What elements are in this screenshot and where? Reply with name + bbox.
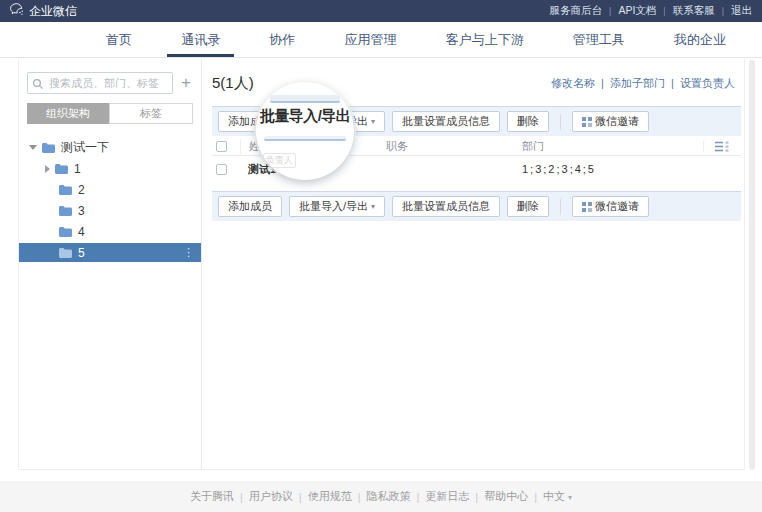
tab-labels[interactable]: 标签: [109, 103, 193, 124]
tree-item-label: 5: [78, 246, 85, 260]
tree-item-5[interactable]: 5 ⋮: [19, 243, 201, 262]
rename-link[interactable]: 修改名称: [551, 77, 595, 89]
sidebar-tabs: 组织架构 标签: [27, 103, 193, 124]
loupe-enlarged-edge: [264, 136, 346, 141]
member-department: 1;3;2;3;4;5: [522, 163, 703, 175]
tree-item-4[interactable]: 4: [19, 222, 201, 241]
tree-item-label: 4: [78, 225, 85, 239]
chevron-down-icon: ▾: [371, 200, 375, 213]
add-department-button[interactable]: +: [178, 75, 194, 91]
footer-link-changelog[interactable]: 更新日志: [425, 489, 469, 504]
link-logout[interactable]: 退出: [731, 4, 752, 18]
loupe-enlarged-edge: [270, 95, 341, 103]
magnifier-loupe-annotation: 批量导入/导出 负责人: [256, 82, 354, 180]
column-settings-icon[interactable]: [703, 141, 741, 152]
row-checkbox[interactable]: [216, 164, 227, 175]
org-tree: 测试一下 1 2 3: [19, 138, 201, 262]
folder-icon: [42, 143, 55, 153]
content-panel: + 组织架构 标签 测试一下 1: [18, 59, 745, 470]
delete-button[interactable]: 删除: [507, 196, 549, 217]
topbar-separator: |: [663, 6, 665, 16]
search-box: [27, 72, 173, 94]
footer-link-privacy[interactable]: 隐私政策: [366, 489, 410, 504]
footer-link-rules[interactable]: 使用规范: [308, 489, 352, 504]
tab-org-structure[interactable]: 组织架构: [27, 103, 109, 124]
wecom-admin-screen: 企业微信 服务商后台 | API文档 | 联系客服 | 退出 首页 通讯录 协作…: [0, 0, 762, 512]
footer-link-help[interactable]: 帮助中心: [484, 489, 528, 504]
batch-import-export-button[interactable]: 批量导入/导出 ▾: [289, 196, 385, 217]
main-nav: 首页 通讯录 协作 应用管理 客户与上下游 管理工具 我的企业: [0, 22, 762, 58]
wechat-invite-button[interactable]: 微信邀请: [572, 196, 649, 217]
folder-icon: [59, 206, 72, 216]
tab-home[interactable]: 首页: [92, 22, 146, 57]
topbar-links: 服务商后台 | API文档 | 联系客服 | 退出: [550, 4, 752, 18]
select-all-checkbox[interactable]: [216, 141, 227, 152]
folder-icon: [59, 227, 72, 237]
tree-item-label: 1: [74, 162, 81, 176]
header-actions: 修改名称 | 添加子部门 | 设置负责人: [551, 76, 735, 91]
link-api-docs[interactable]: API文档: [618, 4, 656, 18]
wechat-invite-button[interactable]: 微信邀请: [572, 111, 649, 132]
delete-button[interactable]: 删除: [507, 111, 549, 132]
column-title: 职务: [386, 139, 522, 154]
link-provider-console[interactable]: 服务商后台: [550, 4, 603, 18]
topbar-separator: |: [722, 6, 724, 16]
set-leader-link[interactable]: 设置负责人: [680, 77, 735, 89]
topbar: 企业微信 服务商后台 | API文档 | 联系客服 | 退出: [0, 0, 762, 22]
tree-item-label: 测试一下: [61, 139, 109, 156]
add-subdepartment-link[interactable]: 添加子部门: [610, 77, 665, 89]
wecom-logo-icon: [10, 3, 24, 19]
folder-icon: [55, 164, 68, 174]
search-input[interactable]: [27, 72, 173, 94]
tab-customers[interactable]: 客户与上下游: [432, 22, 538, 57]
toolbar-bottom: 添加成员 批量导入/导出 ▾ 批量设置成员信息 删除 微信邀请: [212, 191, 741, 221]
batch-set-info-button[interactable]: 批量设置成员信息: [392, 196, 500, 217]
tree-item-label: 3: [78, 204, 85, 218]
tab-admin-tools[interactable]: 管理工具: [559, 22, 639, 57]
search-row: +: [19, 72, 201, 94]
tree-item-1[interactable]: 1: [19, 159, 201, 178]
footer-link-agreement[interactable]: 用户协议: [249, 489, 293, 504]
brand-label: 企业微信: [29, 3, 77, 20]
language-selector[interactable]: 中文▾: [543, 489, 572, 504]
topbar-separator: |: [609, 6, 611, 16]
toolbar-divider: [560, 199, 561, 215]
tab-collaboration[interactable]: 协作: [255, 22, 309, 57]
chevron-down-icon: ▾: [371, 115, 375, 128]
caret-right-icon[interactable]: [45, 165, 50, 173]
page-title: 5(1人): [212, 74, 254, 93]
page-scrollbar[interactable]: [749, 60, 755, 470]
loupe-enlarged-label: 批量导入/导出: [256, 107, 354, 126]
tab-my-company[interactable]: 我的企业: [660, 22, 740, 57]
footer-link-about[interactable]: 关于腾讯: [190, 489, 234, 504]
folder-icon: [59, 185, 72, 195]
sidebar: + 组织架构 标签 测试一下 1: [19, 59, 202, 469]
tab-contacts[interactable]: 通讯录: [167, 22, 234, 57]
tree-item-label: 2: [78, 183, 85, 197]
chevron-down-icon: ▾: [568, 493, 572, 502]
toolbar-divider: [560, 114, 561, 130]
link-contact-support[interactable]: 联系客服: [673, 4, 715, 18]
kebab-menu-icon[interactable]: ⋮: [183, 246, 194, 259]
folder-icon: [59, 248, 72, 258]
search-icon: [32, 76, 44, 94]
tree-item-root[interactable]: 测试一下: [19, 138, 201, 157]
column-department: 部门: [522, 139, 703, 154]
qr-grid-icon: [582, 117, 592, 127]
tab-app-management[interactable]: 应用管理: [330, 22, 410, 57]
brand: 企业微信: [10, 3, 77, 20]
qr-grid-icon: [582, 202, 592, 212]
tree-item-2[interactable]: 2: [19, 180, 201, 199]
batch-set-info-button[interactable]: 批量设置成员信息: [392, 111, 500, 132]
footer: 关于腾讯 | 用户协议 | 使用规范 | 隐私政策 | 更新日志 | 帮助中心 …: [0, 481, 762, 512]
caret-down-icon[interactable]: [29, 145, 37, 150]
tree-item-3[interactable]: 3: [19, 201, 201, 220]
add-member-button[interactable]: 添加成员: [218, 196, 282, 217]
